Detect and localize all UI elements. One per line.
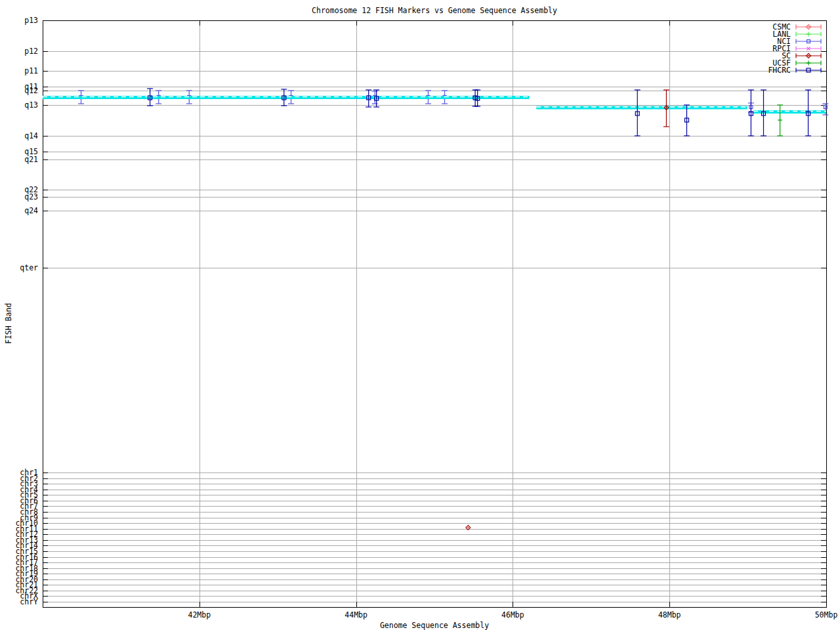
legend-entry-RPCI: RPCI [772,44,821,53]
fish-marker-chart: Chromosome 12 FISH Markers vs Genome Seq… [0,0,840,630]
svg-text:q13: q13 [24,100,38,110]
svg-text:50Mbp: 50Mbp [815,610,838,620]
svg-text:q24: q24 [24,206,38,215]
legend: CSMCLANLNCIRPCISCUCSFFHCRC [768,22,821,75]
y-tick-labels: p13p12p11q11q12q13q14q15q21q22q23q24qter… [15,16,38,606]
svg-text:p13: p13 [24,16,38,25]
svg-text:q14: q14 [24,131,38,140]
x-tick-labels: 42Mbp44Mbp46Mbp48Mbp50Mbp [188,610,837,620]
svg-text:q12: q12 [24,86,38,95]
series-UCSF [777,105,783,136]
svg-text:48Mbp: 48Mbp [658,610,681,620]
series-FHCRC [147,89,811,136]
series-SC [466,90,669,530]
plot-canvas: p13p12p11q11q12q13q14q15q21q22q23q24qter… [0,0,840,630]
svg-text:q23: q23 [24,192,38,201]
svg-text:qter: qter [20,263,38,272]
legend-entry-FHCRC: FHCRC [768,66,821,75]
svg-text:p11: p11 [24,66,38,75]
svg-text:q21: q21 [24,155,38,164]
svg-text:FHCRC: FHCRC [768,66,791,75]
series-NCI [78,91,828,115]
svg-text:chrY: chrY [20,597,38,606]
svg-text:p12: p12 [24,47,38,56]
svg-text:46Mbp: 46Mbp [501,610,524,620]
svg-text:42Mbp: 42Mbp [188,610,211,620]
svg-text:44Mbp: 44Mbp [345,610,368,620]
